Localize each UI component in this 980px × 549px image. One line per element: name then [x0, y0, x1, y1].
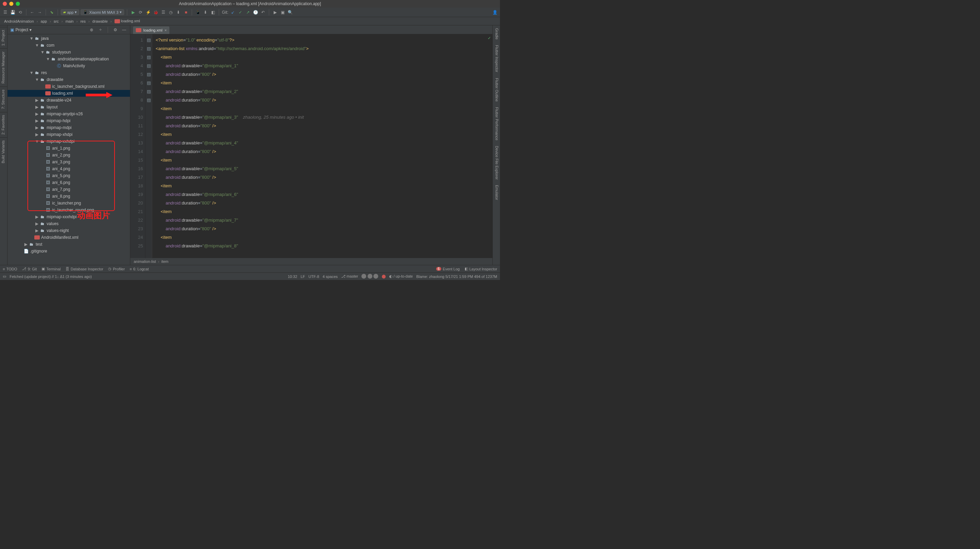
- editor-crumb-item[interactable]: item: [161, 259, 169, 263]
- status-error-icon[interactable]: ⬤: [382, 274, 386, 279]
- vcs-push-icon[interactable]: ↗: [245, 9, 251, 16]
- tree-twisty[interactable]: ▶: [35, 112, 38, 117]
- status-encoding[interactable]: UTF-8: [309, 274, 319, 279]
- right-tool-tab[interactable]: Device File Explorer: [493, 143, 500, 182]
- tool-terminal[interactable]: ▣ Terminal: [41, 267, 61, 271]
- editor-crumb-item[interactable]: animation-list: [134, 259, 156, 263]
- left-tool-tab[interactable]: 2: Favorites: [0, 112, 7, 137]
- tree-twisty[interactable]: ▼: [30, 36, 33, 41]
- tree-item[interactable]: ▶ 🖿 values-night: [8, 227, 130, 234]
- select-opened-file-icon[interactable]: ⊕: [89, 27, 95, 33]
- code-line[interactable]: android:duration="800" />: [156, 199, 492, 207]
- tree-twisty[interactable]: ▼: [35, 43, 38, 48]
- left-tool-tab[interactable]: Build Variants: [0, 137, 7, 166]
- right-tool-tab[interactable]: Emulator: [493, 182, 500, 203]
- gutter-icon[interactable]: ▨: [145, 87, 152, 96]
- run-button[interactable]: ▶: [130, 9, 136, 16]
- tree-item[interactable]: loading.xml: [8, 90, 130, 97]
- tree-twisty[interactable]: ▶: [35, 228, 38, 233]
- code-line[interactable]: android:duration="800" />: [156, 96, 492, 104]
- structure-icon[interactable]: ▣: [280, 9, 286, 16]
- tree-twisty[interactable]: ▼: [35, 77, 38, 82]
- status-indent[interactable]: 4 spaces: [323, 274, 338, 279]
- tree-item[interactable]: ▶ 🖿 mipmap-xhdpi: [8, 131, 130, 138]
- back-icon[interactable]: ←: [29, 9, 35, 16]
- tree-item[interactable]: 🖾 ani_1.png: [8, 145, 130, 152]
- code-line[interactable]: android:duration="800" />: [156, 121, 492, 130]
- stop-button[interactable]: ■: [183, 9, 189, 16]
- tree-item[interactable]: AndroidManifest.xml: [8, 234, 130, 241]
- code-line[interactable]: android:drawable="@mipmap/ani_2": [156, 87, 492, 96]
- resource-manager-icon[interactable]: ◧: [210, 9, 216, 16]
- user-avatar-icon[interactable]: 👤: [492, 9, 498, 16]
- tree-twisty[interactable]: ▼: [35, 139, 38, 144]
- left-tool-tab[interactable]: 1: Project: [0, 27, 7, 48]
- gutter-icon[interactable]: ▨: [145, 70, 152, 78]
- right-tool-tab[interactable]: Flutter Outline: [493, 75, 500, 104]
- tree-item[interactable]: ic_launcher_background.xml: [8, 83, 130, 90]
- tree-twisty[interactable]: ▶: [35, 105, 38, 109]
- tool-event-log[interactable]: 6 Event Log: [436, 267, 460, 271]
- code-line[interactable]: <item: [156, 104, 492, 113]
- vcs-history-icon[interactable]: 🕐: [252, 9, 259, 16]
- tool-profiler[interactable]: ◷ Profiler: [108, 267, 125, 271]
- tree-item[interactable]: ▶ 🖿 layout: [8, 104, 130, 110]
- code-line[interactable]: android:drawable="@mipmap/ani_7": [156, 216, 492, 224]
- code-line[interactable]: <item: [156, 78, 492, 87]
- inspection-ok-icon[interactable]: ✓: [488, 36, 491, 40]
- coverage-icon[interactable]: ☰: [160, 9, 166, 16]
- tree-item[interactable]: 🖾 ani_7.png: [8, 186, 130, 193]
- tree-item[interactable]: ▼ 🖿 java: [8, 35, 130, 42]
- open-icon[interactable]: ☰: [2, 9, 8, 16]
- left-tool-tab[interactable]: Resource Manager: [0, 48, 7, 86]
- right-tool-tab[interactable]: Flutter Performance: [493, 104, 500, 143]
- tree-item[interactable]: 🖾 ani_3.png: [8, 158, 130, 165]
- vcs-rollback-icon[interactable]: ↶: [260, 9, 266, 16]
- tree-item[interactable]: 🖾 ic_launcher_round.png: [8, 207, 130, 214]
- code-line[interactable]: android:drawable="@mipmap/ani_4": [156, 139, 492, 147]
- gutter-icon[interactable]: ▨: [145, 36, 152, 44]
- run-config-app[interactable]: ▰ app ▾: [61, 9, 79, 15]
- tree-item[interactable]: 🖾 ic_launcher.png: [8, 200, 130, 207]
- code-line[interactable]: <?xml version="1.0" encoding="utf-8"?>: [156, 36, 492, 44]
- status-faces[interactable]: [361, 274, 378, 279]
- project-tree[interactable]: ▼ 🖿 java ▼ 🖿 com ▼ 🖿 studyyoun ▼ 🖿 andro…: [8, 34, 130, 265]
- tree-item[interactable]: ▼ 🖿 com: [8, 42, 130, 49]
- code-line[interactable]: android:drawable="@mipmap/ani_8": [156, 241, 492, 250]
- tree-twisty[interactable]: ▼: [30, 70, 33, 75]
- hide-icon[interactable]: —: [121, 27, 127, 33]
- gutter-icon[interactable]: ▨: [145, 44, 152, 53]
- search-icon[interactable]: 🔍: [287, 9, 293, 16]
- profile-icon[interactable]: ◷: [168, 9, 174, 16]
- code-line[interactable]: android:duration="800" />: [156, 173, 492, 182]
- run-anything-icon[interactable]: ▶: [272, 9, 278, 16]
- tree-item[interactable]: Ⓒ MainActivity: [8, 62, 130, 69]
- gear-icon[interactable]: ⚙: [112, 27, 118, 33]
- tree-twisty[interactable]: ▶: [35, 118, 38, 123]
- code-line[interactable]: <item: [156, 156, 492, 164]
- tree-twisty[interactable]: ▶: [35, 125, 38, 130]
- tree-twisty[interactable]: ▶: [35, 98, 38, 102]
- gutter-icon[interactable]: ▨: [145, 78, 152, 87]
- tree-item[interactable]: ▶ 🖿 mipmap-xxxhdpi: [8, 214, 130, 220]
- build-icon[interactable]: ⬊: [49, 9, 55, 16]
- code-content[interactable]: <?xml version="1.0" encoding="utf-8"?><a…: [152, 34, 492, 258]
- tree-twisty[interactable]: ▶: [35, 132, 38, 137]
- tree-item[interactable]: 🖾 ani_2.png: [8, 152, 130, 158]
- status-progress[interactable]: ◐ / up-to-date: [389, 274, 413, 279]
- code-line[interactable]: <animation-list xmlns:android="http://sc…: [156, 44, 492, 53]
- tree-item[interactable]: ▼ 🖿 androidanimationapplication: [8, 56, 130, 62]
- tree-twisty[interactable]: ▼: [40, 50, 44, 54]
- gutter-icon[interactable]: ▨: [145, 61, 152, 70]
- left-tool-tab[interactable]: 7: Structure: [0, 86, 7, 112]
- attach-debugger-icon[interactable]: ⬇: [175, 9, 181, 16]
- apply-code-icon[interactable]: ⚡: [145, 9, 151, 16]
- breadcrumb-item[interactable]: AndroidAnimation: [3, 19, 35, 24]
- tree-item[interactable]: ▼ 🖿 drawable: [8, 76, 130, 83]
- close-icon[interactable]: ×: [165, 28, 167, 32]
- code-line[interactable]: android:duration="800" />: [156, 224, 492, 233]
- tree-item[interactable]: 🖾 ani_8.png: [8, 193, 130, 200]
- vcs-commit-icon[interactable]: ✓: [237, 9, 243, 16]
- code-line[interactable]: android:drawable="@mipmap/ani_6": [156, 190, 492, 199]
- tool-git[interactable]: ⎇ 9: Git: [22, 267, 37, 271]
